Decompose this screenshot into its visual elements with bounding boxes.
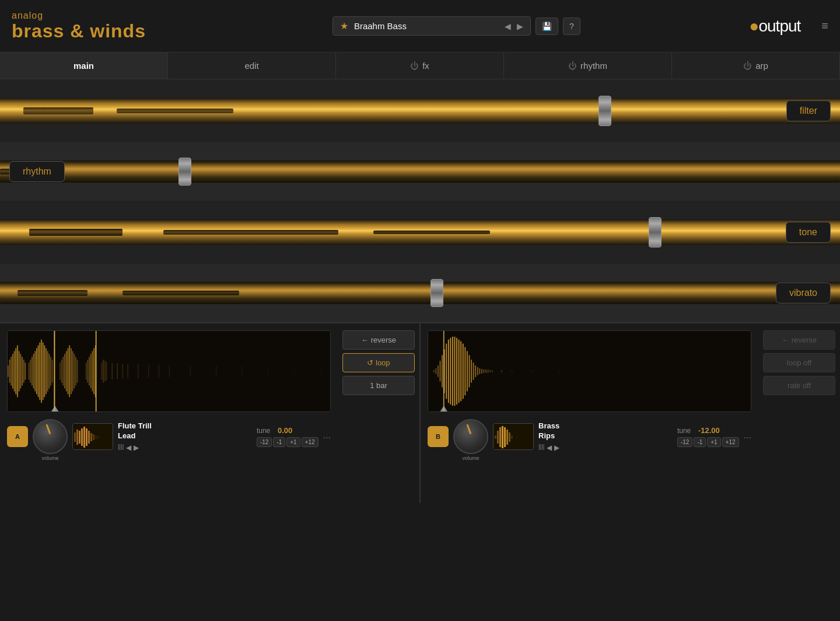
svg-rect-45 [92,351,93,392]
save-button[interactable]: 💾 [536,18,558,35]
svg-rect-79 [93,434,94,440]
channel-a-waveform[interactable] [7,330,331,412]
svg-rect-65 [320,367,321,375]
svg-rect-46 [93,348,94,395]
channel-a-prev-button[interactable]: ◀ [126,444,131,452]
favorite-button[interactable]: ★ [340,20,348,32]
tab-fx[interactable]: ⏻fx [336,53,504,79]
preset-prev-button[interactable]: ◀ [505,22,511,31]
svg-rect-21 [41,340,42,403]
svg-rect-28 [52,360,53,382]
svg-rect-99 [464,347,466,396]
svg-rect-9 [20,354,21,388]
vibrato-slider-handle[interactable] [430,279,443,307]
channel-a-loop-button[interactable]: ↺ loop [342,353,415,372]
channel-b-waveform-svg [428,331,751,411]
channel-b-sample-info: Brass Rips |||| ◀ ▶ [538,421,673,452]
svg-rect-82 [100,437,102,438]
svg-rect-76 [86,428,88,446]
channel-b-tune-plus12[interactable]: +12 [722,437,739,447]
svg-rect-84 [433,370,435,372]
svg-rect-60 [190,365,191,377]
svg-rect-58 [159,365,160,378]
preset-next-button[interactable]: ▶ [517,22,523,31]
channel-a-sample-thumbnail[interactable] [72,423,113,450]
channel-a-tune-plus1[interactable]: +1 [286,437,300,447]
svg-rect-13 [29,362,30,380]
help-button[interactable]: ? [563,18,580,35]
channel-b-sample-thumbnail[interactable] [493,423,534,450]
channel-a-waveform-svg [8,331,330,411]
svg-rect-37 [72,351,74,392]
channel-a-tune-minus12[interactable]: -12 [257,437,272,447]
svg-rect-10 [22,357,23,385]
svg-rect-97 [460,341,461,402]
svg-rect-63 [268,367,269,376]
rhythm-slider-handle[interactable] [178,158,191,186]
svg-rect-25 [47,351,48,392]
channel-a-next-button[interactable]: ▶ [134,444,139,452]
svg-rect-59 [169,365,170,377]
svg-rect-3 [10,357,12,385]
menu-button[interactable]: ≡ [821,19,828,33]
filter-slider-handle[interactable] [598,96,611,126]
svg-rect-126 [502,426,503,448]
tone-slider-row: tone [0,201,840,264]
svg-rect-129 [509,432,510,442]
svg-rect-14 [30,360,31,382]
channel-b-tune: tune -12.00 -12 -1 +1 +12 [677,426,739,447]
svg-rect-125 [499,427,501,447]
channel-a-tune-minus1[interactable]: -1 [273,437,285,447]
svg-rect-75 [83,427,85,448]
svg-rect-93 [452,337,453,406]
channel-b-reverse-button[interactable]: ← reverse [763,330,835,350]
svg-rect-15 [32,357,33,385]
svg-rect-102 [471,360,472,382]
tab-main[interactable]: main [0,53,168,79]
svg-rect-119 [715,371,716,372]
svg-rect-106 [479,368,480,374]
svg-rect-27 [50,357,51,385]
svg-rect-49 [103,360,104,382]
channel-a-dots-menu[interactable]: ··· [323,432,331,443]
channel-b-sample-bars: |||| [538,444,544,452]
channel-a-bar-button[interactable]: 1 bar [342,376,415,395]
tab-arp[interactable]: ⏻arp [672,53,840,79]
tone-slider-handle[interactable] [649,217,662,247]
channel-a-tune-plus12[interactable]: +12 [302,437,318,447]
channel-b-volume-knob[interactable]: volume [453,419,488,454]
channel-a-reverse-button[interactable]: ← reverse [342,330,415,350]
tab-rhythm[interactable]: ⏻rhythm [504,53,672,79]
svg-rect-44 [90,354,92,388]
svg-rect-41 [86,362,87,380]
channel-a-sample-info: Flute Trill Lead |||| ◀ ▶ [118,421,252,452]
channel-b-rate-button[interactable]: rate off [763,376,835,395]
svg-rect-24 [46,348,47,395]
svg-rect-11 [23,360,24,382]
channel-b-waveform[interactable] [428,330,751,412]
channel-a-tune-buttons: -12 -1 +1 +12 [257,437,318,447]
svg-rect-113 [501,370,502,372]
svg-rect-91 [448,340,449,403]
bottom-panel: A volume [0,322,840,503]
svg-rect-31 [63,357,64,385]
channel-a-tune: tune 0.00 -12 -1 +1 +12 [257,426,318,447]
channel-b-power-button[interactable]: B [428,426,449,447]
channel-a-volume-knob[interactable]: volume [33,419,68,454]
svg-rect-128 [506,430,508,445]
tab-edit[interactable]: edit [168,53,336,79]
svg-rect-18 [36,348,37,395]
preset-bar: ★ Braahm Bass ◀ ▶ [332,16,531,36]
channel-b-next-button[interactable]: ▶ [554,444,559,452]
svg-rect-64 [294,367,295,376]
channel-a-power-button[interactable]: A [7,426,28,447]
svg-rect-72 [76,430,78,445]
channel-b-tune-minus12[interactable]: -12 [677,437,692,447]
channel-b-loop-button[interactable]: loop off [763,353,835,372]
svg-rect-5 [14,351,15,392]
channel-b-dots-menu[interactable]: ··· [744,432,751,443]
svg-rect-105 [477,367,478,375]
channel-b-prev-button[interactable]: ◀ [547,444,552,452]
channel-b-tune-plus1[interactable]: +1 [707,437,720,447]
channel-b-tune-minus1[interactable]: -1 [694,437,706,447]
